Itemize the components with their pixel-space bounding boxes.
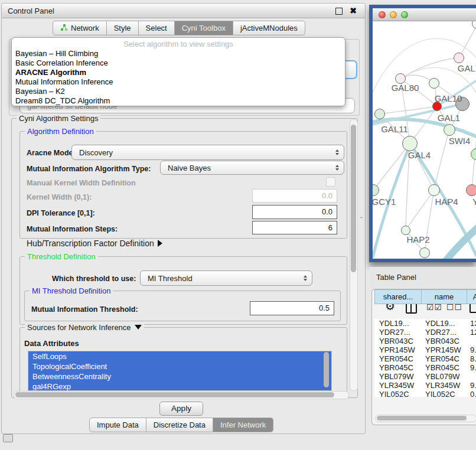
algorithm-option[interactable]: Mutual Information Inference [12,77,345,87]
cell-shared[interactable]: YBL079W [374,372,422,381]
cell-value[interactable]: 9. [469,381,476,390]
cell-shared[interactable]: YPR145W [374,345,422,354]
attribute-item[interactable]: gal4RGexp [28,381,331,391]
cell-shared[interactable]: YDR27... [374,328,422,337]
attributes-list-scrollbar[interactable] [324,352,329,387]
cell-shared[interactable]: YBR045C [374,363,422,372]
cell-value[interactable]: 9. [469,363,476,372]
table-horizontal-scrollbar[interactable] [375,415,476,422]
which-threshold-combobox[interactable]: MI Threshold [140,270,312,286]
network-node[interactable] [444,124,455,136]
control-panel-title: Control Panel [2,4,365,18]
settings-horizontal-scrollbar[interactable] [14,391,349,399]
network-node[interactable] [466,184,476,196]
tab-infer-network[interactable]: Infer Network [213,418,273,432]
mi-threshold-field[interactable]: 0.5 [250,301,334,315]
table-row: YBR043CYBR043C [374,337,476,345]
manual-kernel-width-checkbox[interactable] [326,177,335,187]
mi-algorithm-type-combobox[interactable]: Naive Bayes [160,161,344,175]
zoom-traffic-light-icon[interactable] [401,11,408,18]
network-node[interactable] [374,109,385,119]
kernel-width-field[interactable]: 0.0 [252,189,337,203]
tab-impute-data[interactable]: Impute Data [89,418,146,432]
aracne-mode-combobox[interactable]: Discovery [71,145,344,160]
network-view-window: GAL7GAL80GAL10GAL1GAL11SWI4GAL4GCY1HAP4Y… [369,5,476,262]
network-node[interactable] [428,184,440,196]
bottom-tabs: Impute Data Discretize Data Infer Networ… [89,418,273,432]
algorithm-option[interactable]: Basic Correlation Inference [12,58,345,68]
network-node[interactable] [402,136,418,151]
minimized-panel-icon[interactable] [3,434,13,442]
algorithm-option[interactable]: Bayesian – Hill Climbing [12,49,345,58]
cell-value[interactable]: 13 [469,319,476,328]
network-node[interactable] [419,247,430,258]
attribute-item[interactable]: TopologicalCoefficient [28,361,331,371]
column-header-partial[interactable]: A [467,289,476,304]
tab-discretize-data[interactable]: Discretize Data [146,418,213,432]
attribute-item[interactable]: BetweennessCentrality [28,371,331,381]
control-panel-tabs: Network Style Select Cyni Toolbox jActiv… [53,21,305,35]
splitter-grip[interactable]: ⌃ [359,216,364,222]
cell-name[interactable]: YDR27... [422,328,469,337]
column-header-shared[interactable]: shared... [374,289,422,304]
cell-name[interactable]: YBR045C [422,363,469,372]
network-node-label: Y [449,197,476,207]
cell-shared[interactable]: YLR345W [374,381,422,390]
cell-value[interactable] [469,372,476,381]
dpi-tolerance-field[interactable]: 0.0 [252,205,337,219]
cell-value[interactable] [469,337,476,345]
cell-name[interactable]: YPR145W [422,345,469,354]
combobox-arrows-icon [335,149,339,155]
table-horizontal-scrollbar-thumb[interactable] [377,416,467,420]
close-traffic-light-icon[interactable] [379,11,386,18]
network-canvas[interactable]: GAL7GAL80GAL10GAL1GAL11SWI4GAL4GCY1HAP4Y… [373,21,476,259]
table-row: YLR345WYLR345W9. [374,381,476,390]
collapse-down-icon [135,325,142,330]
network-window-titlebar[interactable] [373,8,476,21]
hub-definition-expander[interactable]: Hub/Transcription Factor Definition [27,239,162,248]
tab-impute-data-label: Impute Data [97,420,139,429]
algorithm-option-selected[interactable]: ARACNE Algorithm [12,68,345,77]
sources-group-title[interactable]: Sources for Network Inference [25,323,144,332]
close-window-icon[interactable]: ✖ [350,6,357,15]
cell-name[interactable]: YIL052C [422,390,469,397]
cyni-algorithm-settings-title: Cyni Algorithm Settings [17,114,100,123]
combobox-arrows-icon [335,165,339,171]
attribute-item[interactable]: SelfLoops [28,351,331,361]
minimize-traffic-light-icon[interactable] [390,11,397,18]
cell-shared[interactable]: YIL052C [374,390,422,397]
cell-shared[interactable]: YDL19... [374,319,422,328]
cell-shared[interactable]: YBR043C [374,337,422,345]
network-node-label: GAL7 [442,63,476,73]
network-node[interactable] [454,53,464,63]
settings-horizontal-scrollbar-thumb[interactable] [15,392,334,397]
tab-network[interactable]: Network [53,21,107,35]
network-node[interactable] [401,226,410,235]
tab-style[interactable]: Style [107,21,139,35]
algorithm-option[interactable]: Bayesian – K2 [12,87,345,96]
data-attributes-label: Data Attributes [24,339,79,348]
cell-name[interactable]: YBL079W [422,372,469,381]
cell-value[interactable]: 0. [469,390,476,397]
float-window-icon[interactable] [335,8,343,15]
column-header-name[interactable]: name [421,289,467,304]
hub-definition-label: Hub/Transcription Factor Definition [27,239,154,248]
cell-name[interactable]: YDL19... [422,319,469,328]
cell-value[interactable]: 9. [469,345,476,354]
cell-name[interactable]: YLR345W [422,381,469,390]
tab-select[interactable]: Select [139,21,175,35]
network-node-label: GCY1 [373,197,410,207]
apply-button[interactable]: Apply [159,402,203,416]
cell-name[interactable]: YER054C [422,354,469,363]
settings-vertical-scrollbar[interactable] [350,119,358,391]
tab-cyni-toolbox[interactable]: Cyni Toolbox [175,21,233,35]
cell-value[interactable]: 12 [469,328,476,337]
cell-value[interactable]: 8. [469,354,476,363]
mi-steps-field[interactable]: 6 [252,221,337,234]
tab-jactivemnodules[interactable]: jActiveMNodules [233,21,305,35]
cell-shared[interactable]: YER054C [374,354,422,363]
settings-vertical-scrollbar-thumb[interactable] [351,125,356,272]
cell-name[interactable]: YBR043C [422,337,469,345]
table-row: YER054CYER054C8. [374,354,476,363]
algorithm-option[interactable]: Dream8 DC_TDC Algorithm [12,96,345,106]
